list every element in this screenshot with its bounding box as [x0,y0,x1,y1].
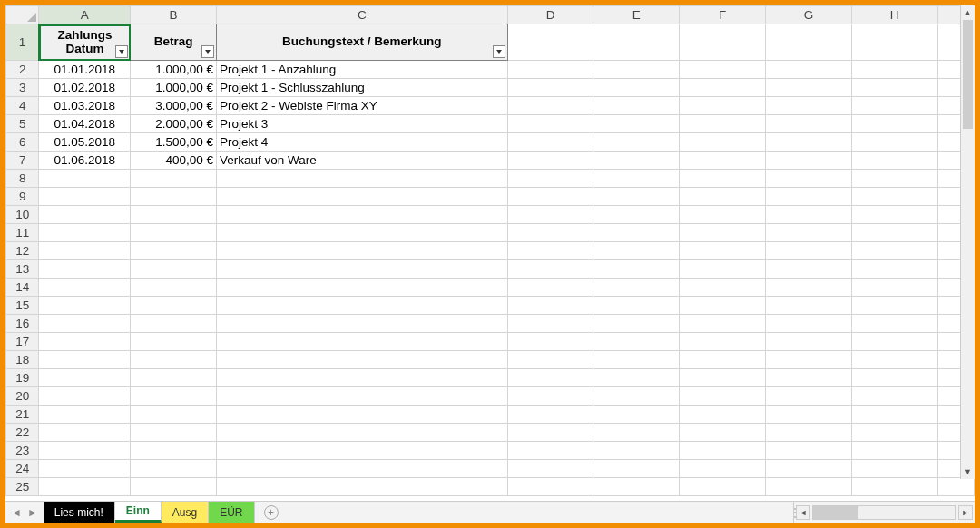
cell[interactable] [39,442,131,460]
col-header-C[interactable]: C [216,6,507,24]
cell[interactable] [680,224,766,242]
cell[interactable] [39,315,131,333]
cell[interactable] [851,424,937,442]
row-header[interactable]: 14 [6,279,39,297]
header-cell-amount[interactable]: Betrag [131,24,217,61]
cell[interactable] [131,206,217,224]
row-header[interactable]: 8 [6,170,39,188]
cell[interactable] [131,387,217,406]
cell[interactable] [131,242,217,260]
scroll-thumb[interactable] [963,20,973,129]
cell[interactable] [507,170,593,188]
cell[interactable] [593,242,680,260]
cell[interactable] [851,442,937,460]
sheet-tab[interactable]: Lies mich! [44,502,115,523]
tab-nav-arrows[interactable]: ◄ ► [5,502,44,523]
col-header-G[interactable]: G [766,6,852,24]
header-cell-date[interactable]: Zahlungs Datum [39,24,131,61]
cell[interactable] [131,279,217,297]
cell[interactable] [851,242,937,260]
cell[interactable] [216,188,507,206]
cell[interactable] [593,170,680,188]
select-all-corner[interactable] [6,6,39,24]
cell[interactable] [593,369,680,387]
cell[interactable] [131,297,217,315]
cell[interactable] [766,61,852,79]
scroll-down-icon[interactable]: ▼ [961,464,975,479]
cell[interactable] [851,133,937,152]
cell[interactable] [131,188,217,206]
col-header-H[interactable]: H [851,6,937,24]
cell[interactable] [851,206,937,224]
cell[interactable] [851,188,937,206]
cell-text[interactable]: Projekt 1 - Schlusszahlung [216,79,507,97]
cell[interactable] [766,260,852,279]
cell[interactable] [766,242,852,260]
row-header[interactable]: 12 [6,242,39,260]
row-header[interactable]: 7 [6,152,39,170]
cell[interactable] [593,424,680,442]
horizontal-scrollbar[interactable]: ◄ ► [793,502,975,523]
cell[interactable] [766,460,852,478]
cell[interactable] [851,297,937,315]
cell[interactable] [680,242,766,260]
cell-date[interactable]: 01.03.2018 [39,97,131,115]
cell-date[interactable]: 01.05.2018 [39,133,131,152]
row-header[interactable]: 23 [6,442,39,460]
cell[interactable] [680,478,766,496]
cell[interactable] [39,297,131,315]
cell[interactable] [680,333,766,351]
cell[interactable] [507,133,593,152]
cell[interactable] [851,460,937,478]
header-cell-text[interactable]: Buchungstext / Bemerkung [216,24,507,61]
cell[interactable] [39,369,131,387]
cell[interactable] [680,297,766,315]
cell[interactable] [593,79,680,97]
tab-prev-icon[interactable]: ◄ [11,506,22,519]
cell[interactable] [766,79,852,97]
cell[interactable] [766,279,852,297]
row-header[interactable]: 15 [6,297,39,315]
col-header-D[interactable]: D [507,6,593,24]
cell[interactable] [216,333,507,351]
cell[interactable] [680,369,766,387]
cell[interactable] [216,442,507,460]
cell[interactable] [216,315,507,333]
col-header-E[interactable]: E [593,6,680,24]
cell[interactable] [507,315,593,333]
cell[interactable] [216,279,507,297]
cell[interactable] [766,188,852,206]
cell[interactable] [851,152,937,170]
cell[interactable] [507,97,593,115]
cell[interactable] [216,387,507,406]
cell[interactable] [680,351,766,369]
cell[interactable] [216,297,507,315]
row-header[interactable]: 25 [6,478,39,496]
cell-amount[interactable]: 1.500,00 € [131,133,217,152]
cell[interactable] [39,170,131,188]
cell-amount[interactable]: 1.000,00 € [131,79,217,97]
cell[interactable] [851,170,937,188]
cell[interactable] [507,61,593,79]
cell[interactable] [39,242,131,260]
cell[interactable] [851,406,937,424]
cell[interactable] [680,152,766,170]
cell[interactable] [851,369,937,387]
cell[interactable] [851,279,937,297]
row-header[interactable]: 3 [6,79,39,97]
cell[interactable] [680,442,766,460]
cell[interactable] [766,315,852,333]
cell-amount[interactable]: 1.000,00 € [131,61,217,79]
scroll-thumb[interactable] [813,506,858,519]
cell[interactable] [507,387,593,406]
cell[interactable] [851,315,937,333]
cell[interactable] [39,333,131,351]
cell[interactable] [39,424,131,442]
cell[interactable] [766,97,852,115]
cell[interactable] [507,224,593,242]
cell[interactable] [766,424,852,442]
sheet-tab[interactable]: EÜR [209,502,254,523]
row-header[interactable]: 13 [6,260,39,279]
row-header[interactable]: 9 [6,188,39,206]
tab-split-handle[interactable]: ⋮ [786,502,793,523]
